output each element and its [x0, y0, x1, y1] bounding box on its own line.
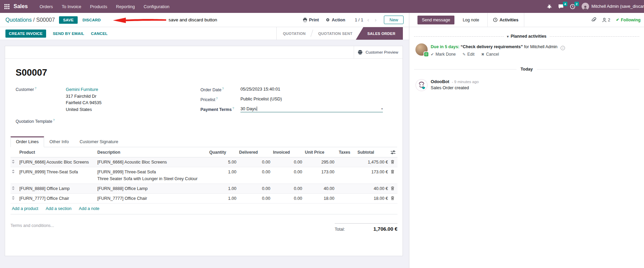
user-menu[interactable]: Mitchell Admin (save_discar — [582, 3, 644, 10]
cell-quantity[interactable]: 1.00 — [208, 194, 238, 204]
cell-taxes[interactable] — [336, 184, 356, 194]
col-delivered[interactable]: Delivered — [238, 147, 272, 157]
menu-to-invoice[interactable]: To Invoice — [57, 0, 86, 13]
drag-handle[interactable] — [11, 157, 18, 167]
log-note-button[interactable]: Log note — [459, 16, 483, 24]
menu-products[interactable]: Products — [86, 0, 112, 13]
following-label: Following — [621, 18, 641, 22]
menu-reporting[interactable]: Reporting — [112, 0, 139, 13]
delete-line-button[interactable] — [389, 167, 397, 184]
menu-configuration[interactable]: Configuration — [139, 0, 174, 13]
cell-description[interactable]: [FURN_6666] Acoustic Bloc Screens — [96, 157, 208, 167]
order-line-row[interactable]: [FURN_6666] Acoustic Bloc Screens [FURN_… — [11, 157, 397, 167]
payment-terms-input[interactable]: 30 Days ▾ — [240, 106, 383, 112]
customer-preview-button[interactable]: Customer Preview — [354, 46, 403, 58]
following-button[interactable]: ✔ Following — [616, 18, 641, 22]
attachments-button[interactable] — [591, 17, 596, 22]
app-name[interactable]: Sales — [14, 3, 28, 9]
pricelist-value[interactable]: Public Pricelist (USD) — [240, 96, 282, 101]
new-button[interactable]: New — [384, 16, 404, 24]
print-button[interactable]: Print — [301, 16, 321, 24]
dropdown-caret-icon[interactable]: ▾ — [381, 107, 383, 111]
cell-description[interactable]: [FURN_8999] Three-Seat Sofa Three Seater… — [96, 167, 208, 184]
order-line-row[interactable]: [FURN_8888] Office Lamp [FURN_8888] Offi… — [11, 184, 397, 194]
cell-taxes[interactable] — [336, 167, 356, 184]
create-invoice-button[interactable]: CREATE INVOICE — [5, 30, 46, 38]
annotation-label: save and discard button — [169, 13, 217, 27]
optional-columns-button[interactable] — [389, 147, 397, 157]
cancel-activity-button[interactable]: ✖Cancel — [481, 52, 499, 57]
cell-product[interactable]: [FURN_8999] Three-Seat Sofa — [18, 167, 96, 184]
terms-placeholder[interactable]: Terms and conditions... — [11, 223, 54, 232]
gear-icon — [326, 18, 330, 22]
cell-unit-price[interactable]: 295.00 — [304, 157, 336, 167]
order-line-row[interactable]: [FURN_8999] Three-Seat Sofa [FURN_8999] … — [11, 167, 397, 184]
drag-handle[interactable] — [11, 167, 18, 184]
cell-taxes[interactable] — [336, 194, 356, 204]
discard-button[interactable]: DISCARD — [82, 18, 101, 22]
activities-button[interactable]: Activities — [487, 13, 524, 27]
action-button[interactable]: Action — [324, 16, 347, 24]
step-sales-order[interactable]: SALES ORDER — [356, 27, 403, 40]
col-product[interactable]: Product — [18, 147, 96, 157]
info-icon[interactable]: i — [561, 46, 565, 50]
top-navbar: Sales Orders To Invoice Products Reporti… — [0, 0, 644, 13]
cell-quantity[interactable]: 1.00 — [208, 167, 238, 184]
breadcrumb-quotations-link[interactable]: Quotations — [5, 17, 32, 23]
order-date-value[interactable]: 05/25/2023 15:40:01 — [240, 87, 280, 92]
followers-button[interactable]: 2 — [602, 18, 610, 22]
cell-quantity[interactable]: 5.00 — [208, 157, 238, 167]
cell-product[interactable]: [FURN_8888] Office Lamp — [18, 184, 96, 194]
order-line-row[interactable]: [FURN_7777] Office Chair [FURN_7777] Off… — [11, 194, 397, 204]
customer-address-line: United States — [66, 106, 101, 113]
delete-line-button[interactable] — [389, 194, 397, 204]
add-product-link[interactable]: Add a product — [12, 206, 38, 211]
col-description[interactable]: Description — [96, 147, 208, 157]
cell-unit-price[interactable]: 40.00 — [304, 184, 336, 194]
activities-clock-icon[interactable]: 2 — [570, 4, 575, 9]
pager-prev-icon[interactable]: ‹ — [366, 17, 371, 23]
col-unit-price[interactable]: Unit Price — [304, 147, 336, 157]
cell-taxes[interactable] — [336, 157, 356, 167]
send-message-button[interactable]: Send message — [417, 16, 454, 24]
mark-done-button[interactable]: ✔Mark Done — [431, 52, 456, 57]
cell-unit-price[interactable]: 18.00 — [304, 194, 336, 204]
odoobot-avatar[interactable] — [415, 79, 428, 91]
cross-icon: ✖ — [481, 52, 484, 57]
debug-bug-icon[interactable] — [547, 4, 552, 9]
cancel-button[interactable]: CANCEL — [91, 32, 108, 36]
cell-quantity[interactable]: 1.00 — [208, 184, 238, 194]
messages-icon[interactable]: 4 — [558, 4, 564, 9]
cell-description[interactable]: [FURN_8888] Office Lamp — [96, 184, 208, 194]
edit-activity-button[interactable]: ✎Edit — [463, 52, 474, 57]
message-author[interactable]: OdooBot — [431, 79, 449, 84]
add-note-link[interactable]: Add a note — [79, 206, 99, 211]
drag-handle[interactable] — [11, 194, 18, 204]
tab-order-lines[interactable]: Order Lines — [11, 136, 44, 147]
help-marker: ? — [53, 118, 55, 122]
cell-description[interactable]: [FURN_7777] Office Chair — [96, 194, 208, 204]
drag-handle[interactable] — [11, 184, 18, 194]
col-taxes[interactable]: Taxes — [336, 147, 356, 157]
planned-activities-header[interactable]: ▾ Planned activities — [414, 34, 639, 39]
pager-next-icon[interactable]: › — [373, 17, 378, 23]
tab-customer-signature[interactable]: Customer Signature — [74, 136, 124, 147]
message-timestamp: - 9 minutes ago — [452, 80, 479, 84]
tab-other-info[interactable]: Other Info — [44, 136, 74, 147]
col-subtotal[interactable]: Subtotal — [356, 147, 389, 157]
step-quotation-sent[interactable]: QUOTATION SENT — [312, 27, 358, 40]
add-section-link[interactable]: Add a section — [46, 206, 72, 211]
col-invoiced[interactable]: Invoiced — [272, 147, 304, 157]
cell-product[interactable]: [FURN_7777] Office Chair — [18, 194, 96, 204]
send-by-email-button[interactable]: SEND BY EMAIL — [53, 32, 84, 36]
cell-unit-price[interactable]: 173.00 — [304, 167, 336, 184]
menu-orders[interactable]: Orders — [35, 0, 57, 13]
delete-line-button[interactable] — [389, 184, 397, 194]
delete-line-button[interactable] — [389, 157, 397, 167]
apps-grid-icon[interactable] — [0, 0, 14, 13]
cell-product[interactable]: [FURN_6666] Acoustic Bloc Screens — [18, 157, 96, 167]
customer-link[interactable]: Gemini Furniture — [66, 86, 101, 93]
save-button[interactable]: SAVE — [59, 16, 78, 24]
step-quotation[interactable]: QUOTATION — [277, 27, 312, 40]
col-quantity[interactable]: Quantity — [208, 147, 238, 157]
